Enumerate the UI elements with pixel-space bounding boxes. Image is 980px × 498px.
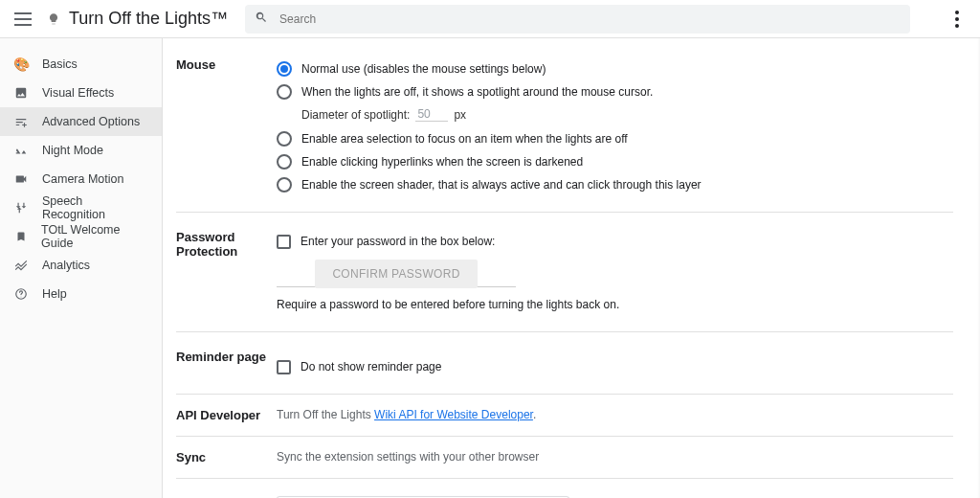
mouse-option-click-links[interactable]: Enable clicking hyperlinks when the scre… [277, 150, 953, 173]
radio-icon[interactable] [277, 84, 292, 100]
password-input-wrap: CONFIRM PASSWORD [277, 260, 516, 287]
search-box[interactable] [245, 5, 910, 34]
sidebar-item-speech-recognition[interactable]: Speech Recognition [0, 193, 162, 222]
section-password: Password Protection Enter your password … [176, 212, 953, 331]
sidebar-item-advanced-options[interactable]: Advanced Options [0, 107, 162, 136]
section-title: Password Protection [176, 230, 277, 316]
section-api-developer: API Developer Turn Off the Lights Wiki A… [176, 394, 953, 436]
checkbox-label: Do not show reminder page [301, 355, 441, 378]
section-title: API Developer [176, 408, 277, 422]
sync-text: Sync the extension settings with your ot… [277, 450, 953, 464]
api-prefix: Turn Off the Lights [277, 408, 374, 421]
sidebar-item-welcome-guide[interactable]: TOtL Welcome Guide [0, 222, 162, 251]
sidebar: 🎨 Basics Visual Effects Advanced Options… [0, 38, 163, 498]
mouse-option-normal[interactable]: Normal use (disables the mouse settings … [277, 57, 953, 80]
search-icon [255, 11, 268, 28]
sidebar-item-label: Camera Motion [42, 172, 123, 186]
sidebar-item-label: Visual Effects [42, 86, 114, 100]
radio-icon[interactable] [277, 154, 292, 170]
section-mouse: Mouse Normal use (disables the mouse set… [176, 40, 953, 212]
api-suffix: . [533, 408, 536, 421]
spotlight-diameter-row: Diameter of spotlight: px [277, 107, 953, 122]
option-label: Enable clicking hyperlinks when the scre… [301, 150, 583, 173]
sidebar-item-label: TOtL Welcome Guide [41, 223, 148, 250]
sidebar-item-label: Basics [42, 57, 78, 71]
api-developer-text: Turn Off the Lights Wiki API for Website… [277, 408, 953, 422]
password-note: Require a password to be entered before … [277, 293, 953, 316]
lightbulb-icon [46, 11, 61, 27]
menu-button[interactable] [8, 4, 38, 34]
sidebar-item-label: Advanced Options [42, 115, 140, 128]
night-icon [13, 143, 29, 158]
more-button[interactable] [942, 4, 972, 34]
sidebar-item-label: Speech Recognition [42, 194, 148, 221]
radio-icon[interactable] [277, 131, 292, 147]
sidebar-item-label: Analytics [42, 259, 90, 272]
analytics-icon [13, 258, 29, 273]
option-label: Enable the screen shader, that is always… [301, 173, 702, 196]
radio-checked-icon[interactable] [277, 61, 292, 77]
mouse-option-area-selection[interactable]: Enable area selection to focus on an ite… [277, 127, 953, 150]
section-reminder: Reminder page Do not show reminder page [176, 331, 953, 394]
palette-icon: 🎨 [13, 57, 29, 72]
spotlight-label: Diameter of spotlight: [301, 108, 410, 122]
camera-icon [13, 171, 29, 187]
help-icon [13, 286, 29, 302]
checkbox-icon[interactable] [277, 235, 291, 249]
more-vert-icon [955, 11, 959, 28]
spotlight-diameter-input[interactable] [415, 107, 448, 122]
section-sync: Sync Sync the extension settings with yo… [176, 436, 953, 478]
section-reset: Reset settings RESET THE TURN OFF THE LI… [176, 478, 953, 498]
sidebar-item-night-mode[interactable]: Night Mode [0, 136, 162, 165]
svg-point-1 [21, 296, 22, 297]
hamburger-icon [14, 12, 32, 26]
confirm-password-button[interactable]: CONFIRM PASSWORD [315, 260, 477, 288]
option-label: Enable area selection to focus on an ite… [301, 127, 628, 150]
tune-icon [13, 114, 29, 129]
api-developer-link[interactable]: Wiki API for Website Developer [374, 408, 533, 421]
mouse-option-screen-shader[interactable]: Enable the screen shader, that is always… [277, 173, 953, 196]
sidebar-item-label: Night Mode [42, 144, 103, 157]
mouse-option-spotlight[interactable]: When the lights are off, it shows a spot… [277, 80, 953, 103]
password-enable-row[interactable]: Enter your password in the box below: [277, 230, 953, 253]
sidebar-item-label: Help [42, 287, 67, 301]
option-label: When the lights are off, it shows a spot… [301, 80, 653, 103]
search-input[interactable] [278, 11, 901, 27]
sidebar-item-analytics[interactable]: Analytics [0, 251, 162, 280]
checkbox-label: Enter your password in the box below: [301, 230, 495, 253]
sidebar-item-basics[interactable]: 🎨 Basics [0, 50, 162, 79]
bookmark-icon [13, 229, 28, 244]
mic-icon [13, 200, 29, 215]
sidebar-item-help[interactable]: Help [0, 280, 162, 308]
app-title: Turn Off the Lights™ [69, 9, 228, 29]
section-title: Reminder page [176, 350, 277, 378]
checkbox-icon[interactable] [277, 360, 291, 374]
image-icon [13, 85, 29, 101]
sidebar-item-visual-effects[interactable]: Visual Effects [0, 79, 162, 107]
section-title: Mouse [176, 57, 277, 196]
radio-icon[interactable] [277, 177, 292, 192]
settings-content: Mouse Normal use (disables the mouse set… [163, 38, 980, 498]
section-title: Sync [176, 450, 277, 464]
spotlight-unit: px [454, 108, 466, 122]
top-bar: Turn Off the Lights™ [0, 0, 980, 38]
option-label: Normal use (disables the mouse settings … [301, 57, 546, 80]
sidebar-item-camera-motion[interactable]: Camera Motion [0, 165, 162, 193]
reminder-checkbox-row[interactable]: Do not show reminder page [277, 350, 953, 378]
